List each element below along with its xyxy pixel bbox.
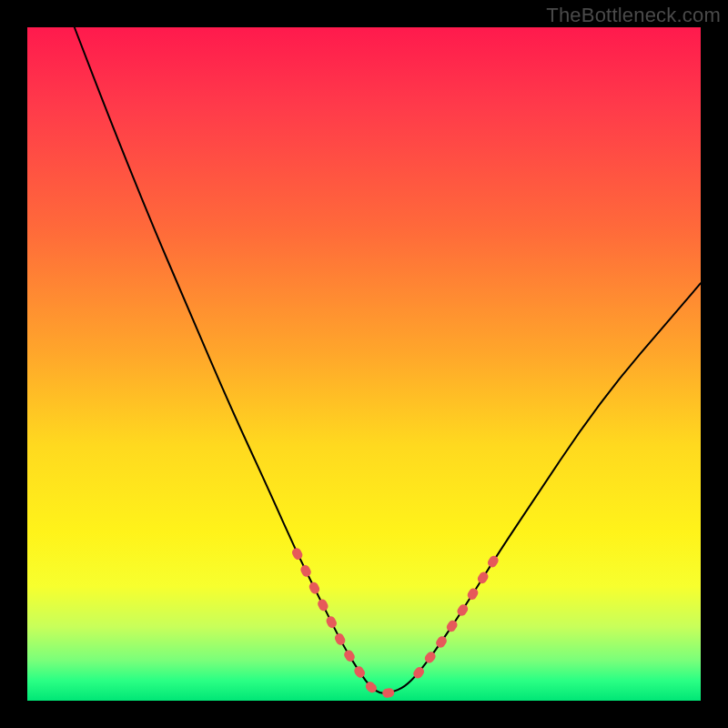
- curve-main: [75, 27, 701, 693]
- curve-highlight: [297, 552, 499, 693]
- watermark-text: TheBottleneck.com: [546, 4, 721, 27]
- chart-frame: [27, 27, 701, 701]
- chart-svg: [27, 27, 701, 701]
- curve-highlight-segment: [297, 552, 391, 693]
